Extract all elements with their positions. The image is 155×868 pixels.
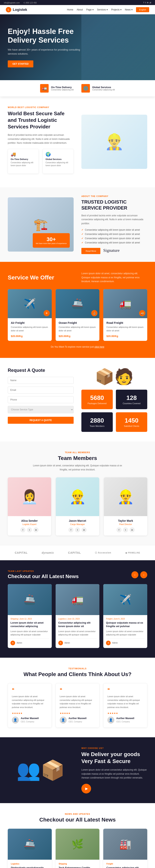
news-card-2: 🚛 Logistics | June 10, 2023 Consectetur … xyxy=(56,584,100,648)
nav-services[interactable]: Services ▾ xyxy=(97,8,108,11)
member2-in[interactable]: in xyxy=(82,527,87,532)
news3-desc: Lorem ipsum dolor sit amet consectetur a… xyxy=(106,630,145,637)
testimonials-section: Testimonials What People and Clients Thi… xyxy=(0,658,155,737)
email-input[interactable] xyxy=(8,386,73,394)
member1-in[interactable]: in xyxy=(33,527,38,532)
trusted-readmore-button[interactable]: Read More xyxy=(81,248,100,254)
check-item-4: Consectetur adipiscing elit lorem ipsum … xyxy=(81,241,147,244)
phone-input[interactable] xyxy=(8,396,73,403)
logo-text: Logistek xyxy=(13,8,27,12)
testimonials-grid: ❝ Lorem ipsum dolor sit amet consectetur… xyxy=(8,683,147,727)
news2-2-title: Tech Entrepreneur Credits have suffered … xyxy=(59,866,96,868)
testimonial-3: ❝ Lorem ipsum dolor sit amet consectetur… xyxy=(103,683,147,727)
testimonial-1: ❝ Lorem ipsum dolor sit amet consectetur… xyxy=(8,683,52,727)
member1-body: Alica Sender Logistic Expert f t in xyxy=(8,516,51,535)
topbar-email: info@logistek.com xyxy=(4,2,20,4)
news2-body: Logistics | June 10, 2023 Consectetur ad… xyxy=(56,615,100,648)
team-text: Lorem ipsum dolor sit amet, consectetur … xyxy=(29,464,126,472)
logo[interactable]: L Logistek xyxy=(6,7,27,12)
about-tag: World Best Logistic Company xyxy=(8,106,73,108)
name-group xyxy=(8,377,73,384)
stat1-label: On-Time Delivery xyxy=(51,86,73,89)
play-icon: ▶ xyxy=(85,786,88,791)
nav-about[interactable]: About xyxy=(77,8,83,11)
services-more-link[interactable]: click here xyxy=(94,345,104,348)
check-item-1: Consectetur adipiscing elit lorem ipsum … xyxy=(81,228,147,231)
play-video-button[interactable]: ▶ xyxy=(81,784,91,794)
news3-title: Quisque vulputate massa ut ex fringilla … xyxy=(106,621,145,628)
why-tag: Why Choose Us? xyxy=(81,747,147,749)
road-freight-image: 🚛 🚚 xyxy=(103,289,147,318)
feature2-text: Consectetur adipiscing elit lorem ipsum … xyxy=(45,161,71,167)
plane-icon: ✈️ xyxy=(24,298,36,309)
latestnews2-tag: News And Updates xyxy=(8,813,147,815)
signature: Signature xyxy=(103,248,120,253)
feature1-title: On-Time Delivery xyxy=(11,158,36,160)
facebook-icon[interactable]: f xyxy=(144,2,144,4)
global-icon: 🌍 xyxy=(45,152,71,157)
reviewer3-info: Aurther Maxwell CEO, Company xyxy=(116,717,134,723)
news-prev-button[interactable]: ‹ xyxy=(131,571,138,578)
stat-packages: 5680 Packages Delivered xyxy=(81,390,113,409)
news2-3-title: Consectetur adipiscing elit reprehenderi… xyxy=(106,866,144,868)
service-select[interactable]: Choose Service Type Air Freight Ocean Fr… xyxy=(8,406,73,413)
youtube-icon[interactable]: yt xyxy=(150,2,151,4)
check-item-2: Consectetur adipiscing elit lorem ipsum … xyxy=(81,233,147,236)
stat-clients: 1450 Satisfied Clients xyxy=(116,412,147,432)
feature-ontime: 🚚 On-Time Delivery Consectetur adipiscin… xyxy=(8,149,39,174)
team-grid: 👩‍💼 Alica Sender Logistic Expert f t in … xyxy=(8,477,147,535)
ocean-freight-body: Ocean Freight Consectetur adipiscing eli… xyxy=(56,318,100,341)
news-heading: Checkout our All Latest News xyxy=(8,574,79,580)
news1-title: Lorem ipsum dolor sit amet consectetur a… xyxy=(10,621,49,628)
news3-author: A Admin xyxy=(106,639,145,645)
reviewer1-avatar: 👤 xyxy=(12,717,19,723)
quote-submit-button[interactable]: REQUEST A QUOTE xyxy=(8,417,73,424)
name-input[interactable] xyxy=(8,377,73,384)
latestnews2-heading: Checkout our All Latest News xyxy=(8,817,147,823)
team-header: Team All Members Team Members Lorem ipsu… xyxy=(8,451,147,472)
member3-social: f t in xyxy=(107,527,144,532)
clients-num: 1450 xyxy=(121,417,143,424)
twitter-icon[interactable]: t xyxy=(145,2,146,4)
member1-social: f t in xyxy=(11,527,48,532)
member3-tw[interactable]: t xyxy=(123,527,128,532)
member3-in[interactable]: in xyxy=(130,527,135,532)
about-img-box: 👷‍♂️ xyxy=(81,115,147,169)
nav-home[interactable]: Home xyxy=(67,8,73,11)
news2-3-body: Freight Consectetur adipiscing elit repr… xyxy=(103,860,147,868)
services-text: Lorem ipsum dolor sit amet, consectetur … xyxy=(81,272,147,283)
team-section: Team All Members Team Members Lorem ipsu… xyxy=(0,441,155,545)
email-group xyxy=(8,386,73,394)
member2-fb[interactable]: f xyxy=(68,527,73,532)
service-group: Choose Service Type Air Freight Ocean Fr… xyxy=(8,406,73,413)
member1-fb[interactable]: f xyxy=(20,527,25,532)
nav-news[interactable]: News ▾ xyxy=(125,8,132,11)
member3-fb[interactable]: f xyxy=(117,527,122,532)
hero-section: Enjoy! Hassle Free Delivery Services We … xyxy=(0,14,155,80)
truck-icon: 🚛 xyxy=(40,84,49,93)
logo-icon: L xyxy=(6,7,11,12)
member1-role: Logistic Expert xyxy=(11,523,48,525)
member2-name: Jason Marcet xyxy=(59,519,96,522)
countries-num: 128 xyxy=(121,394,143,401)
news-next-button[interactable]: › xyxy=(140,571,147,578)
nav-projects[interactable]: Projects ▾ xyxy=(111,8,122,11)
language-button[interactable]: English xyxy=(136,7,149,12)
brand-capital2: CAPITAL xyxy=(68,551,81,554)
testimonials-heading: What People and Clients Think About Us? xyxy=(8,671,147,677)
news-grid: 🚢 Shipping | June 12, 2023 Lorem ipsum d… xyxy=(8,584,147,648)
about-heading: World Best Secure Safe and Trusted Logis… xyxy=(8,111,73,130)
feature2-title: Global Services xyxy=(45,158,71,160)
quote-section: Request A Quote Choose Service Type Air … xyxy=(0,358,155,441)
quote-heading: Request A Quote xyxy=(8,368,73,373)
nav-page[interactable]: Page ▾ xyxy=(86,8,93,11)
hero-cta-button[interactable]: GET STARTED xyxy=(8,60,33,67)
linkedin-icon[interactable]: in xyxy=(147,2,148,4)
team-num: 2880 xyxy=(86,417,108,424)
member1-tw[interactable]: t xyxy=(27,527,32,532)
about-text: Best of provided lacinia enim ante vulpu… xyxy=(8,133,73,145)
news2-2-body: Shipping Tech Entrepreneur Credits have … xyxy=(56,860,100,868)
member2-tw[interactable]: t xyxy=(75,527,80,532)
news-card-1: 🚢 Shipping | June 12, 2023 Lorem ipsum d… xyxy=(8,584,52,648)
delivery-man-figure: 📦🧑 xyxy=(95,368,134,386)
